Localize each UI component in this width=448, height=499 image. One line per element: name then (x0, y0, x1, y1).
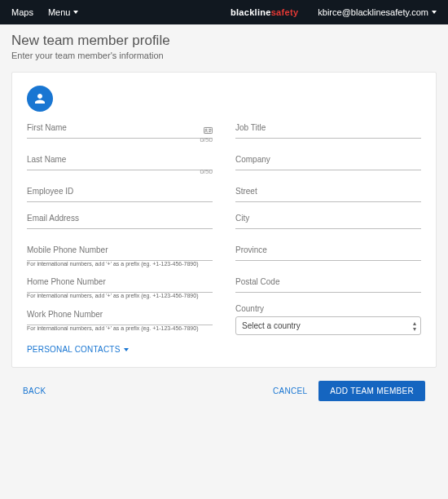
street-label: Street (235, 187, 421, 202)
first-name-counter: 0/50 (200, 136, 213, 144)
job-title-label: Job Title (235, 123, 421, 139)
last-name-field[interactable]: Last Name 0/50 (27, 155, 213, 170)
province-field[interactable]: Province (235, 245, 421, 261)
country-field-wrap: Country Select a country ▴▾ (235, 304, 421, 335)
cancel-button[interactable]: CANCEL (273, 386, 307, 395)
page-subtitle: Enter your team member's information (11, 51, 437, 60)
brand-part1: blackline (231, 7, 271, 17)
person-icon (33, 91, 47, 106)
mobile-phone-field[interactable]: Mobile Phone Number (27, 245, 213, 261)
page-title: New team member profile (11, 33, 437, 49)
account-menu[interactable]: kbirce@blacklinesafety.com (318, 7, 437, 17)
footer-actions: BACK CANCEL ADD TEAM MEMBER (0, 368, 448, 401)
nav-maps[interactable]: Maps (11, 7, 33, 17)
chevron-down-icon (432, 11, 437, 14)
topbar: Maps Menu blacklinesafety kbirce@blackli… (0, 0, 448, 24)
brand-part2: safety (271, 7, 299, 17)
home-hint: For international numbers, add '+' as a … (27, 293, 213, 299)
form-left-column: First Name 0/50 Last Name 0/50 Employee … (27, 123, 213, 354)
home-phone-label: Home Phone Number (27, 277, 213, 293)
add-team-member-button[interactable]: ADD TEAM MEMBER (318, 381, 425, 401)
job-title-field[interactable]: Job Title (235, 123, 421, 139)
mobile-phone-label: Mobile Phone Number (27, 245, 213, 261)
work-phone-field[interactable]: Work Phone Number (27, 310, 213, 325)
company-field[interactable]: Company (235, 155, 421, 170)
brand-logo: blacklinesafety (231, 7, 298, 17)
last-name-label: Last Name (27, 155, 213, 170)
last-name-counter: 0/50 (200, 168, 213, 175)
form-card: First Name 0/50 Last Name 0/50 Employee … (11, 72, 437, 368)
email-label: Email Address (27, 214, 213, 229)
country-select[interactable]: Select a country (235, 316, 421, 335)
first-name-label: First Name (27, 123, 213, 139)
personal-contacts-toggle[interactable]: PERSONAL CONTACTS (27, 345, 213, 354)
home-phone-field[interactable]: Home Phone Number (27, 277, 213, 293)
company-label: Company (235, 155, 421, 170)
nav-menu-label: Menu (48, 7, 71, 17)
chevron-down-icon (124, 348, 129, 351)
form-right-column: Job Title Company Street City Province P… (235, 123, 421, 354)
country-label: Country (235, 304, 421, 313)
city-field[interactable]: City (235, 214, 421, 229)
first-name-field[interactable]: First Name 0/50 (27, 123, 213, 139)
personal-contacts-label: PERSONAL CONTACTS (27, 345, 121, 354)
employee-id-field[interactable]: Employee ID (27, 187, 213, 202)
work-hint: For international numbers, add '+' as a … (27, 325, 213, 332)
svg-point-1 (205, 129, 207, 130)
avatar-placeholder[interactable] (27, 86, 53, 112)
work-phone-label: Work Phone Number (27, 310, 213, 325)
province-label: Province (235, 245, 421, 261)
chevron-down-icon (73, 11, 78, 14)
street-field[interactable]: Street (235, 187, 421, 202)
account-email: kbirce@blacklinesafety.com (318, 7, 428, 17)
nav-menu[interactable]: Menu (48, 7, 79, 17)
city-label: City (235, 214, 421, 229)
postal-code-label: Postal Code (235, 277, 421, 293)
email-field[interactable]: Email Address (27, 214, 213, 229)
mobile-hint: For international numbers, add '+' as a … (27, 261, 213, 267)
employee-id-label: Employee ID (27, 187, 213, 202)
back-button[interactable]: BACK (23, 386, 46, 395)
postal-code-field[interactable]: Postal Code (235, 277, 421, 293)
page-header: New team member profile Enter your team … (0, 24, 448, 67)
